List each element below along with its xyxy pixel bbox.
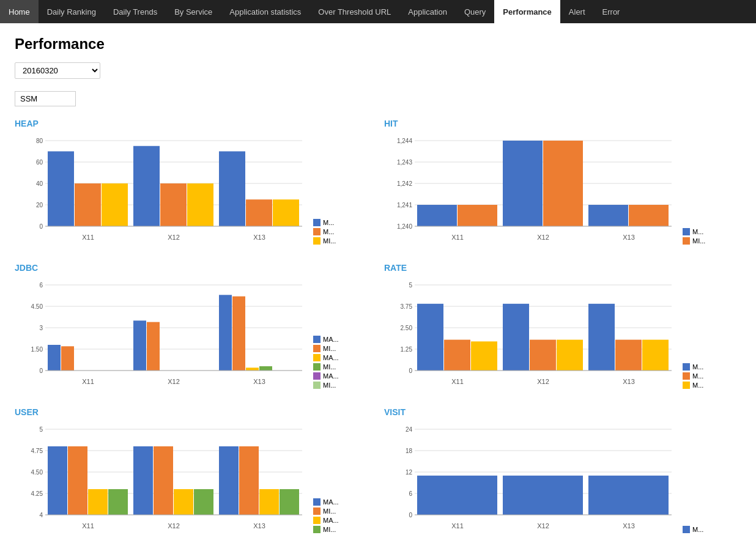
svg-rect-57: [147, 322, 160, 371]
svg-rect-15: [160, 183, 187, 226]
legend-label: MI...: [323, 526, 336, 533]
chart-legend-rate: M...M...M...: [683, 363, 703, 389]
svg-text:1,244: 1,244: [397, 138, 412, 144]
nav-item-by-service[interactable]: By Service: [166, 0, 221, 23]
chart-legend-jdbc: MA...MI...MA...MI...MA...MI...: [313, 336, 339, 389]
chart-svg-hit: 1,2401,2411,2421,2431,244X11X12X13: [384, 135, 678, 245]
nav-item-daily-ranking[interactable]: Daily Ranking: [39, 0, 105, 23]
svg-text:0: 0: [39, 223, 43, 230]
chart-title-jdbc: JDBC: [15, 263, 372, 273]
legend-item: M...: [683, 382, 703, 389]
nav-item-error[interactable]: Error: [594, 0, 629, 23]
nav-item-home[interactable]: Home: [0, 0, 39, 23]
nav-item-application-statistics[interactable]: Application statistics: [221, 0, 309, 23]
chart-title-heap: HEAP: [15, 119, 372, 128]
filter-input[interactable]: [15, 91, 76, 106]
nav-item-performance[interactable]: Performance: [494, 0, 560, 23]
svg-text:X11: X11: [82, 522, 94, 529]
svg-text:5: 5: [39, 426, 43, 433]
chart-section-hit: HIT1,2401,2411,2421,2431,244X11X12X13M..…: [384, 119, 741, 245]
legend-color: [313, 498, 321, 506]
legend-label: MI...: [323, 345, 336, 352]
chart-legend-hit: M...MI...: [683, 228, 705, 245]
svg-rect-85: [642, 340, 669, 371]
svg-text:X13: X13: [623, 522, 635, 529]
svg-rect-10: [48, 152, 74, 227]
legend-label: M...: [323, 228, 334, 235]
chart-title-rate: RATE: [384, 263, 741, 273]
svg-rect-11: [75, 183, 101, 226]
page-title: Performance: [15, 35, 741, 53]
legend-label: MA...: [323, 354, 339, 361]
svg-rect-100: [88, 489, 108, 515]
chart-legend-heap: M...M...MI...: [313, 219, 336, 245]
svg-rect-12: [102, 183, 128, 226]
legend-label: MI...: [323, 237, 336, 245]
legend-color: [313, 345, 321, 352]
legend-item: MI...: [683, 237, 705, 245]
nav-item-application[interactable]: Application: [399, 0, 456, 23]
svg-rect-61: [246, 367, 259, 371]
nav-item-alert[interactable]: Alert: [560, 0, 594, 23]
svg-rect-54: [61, 346, 74, 371]
legend-label: MI...: [323, 507, 336, 515]
svg-rect-108: [219, 446, 239, 515]
chart-container-jdbc: 01.5034.506X11X12X13MA...MI...MA...MI...…: [15, 279, 372, 389]
svg-text:2.50: 2.50: [401, 325, 413, 331]
svg-text:1,241: 1,241: [397, 202, 412, 208]
svg-rect-81: [557, 340, 583, 371]
legend-color: [683, 363, 690, 371]
svg-text:6: 6: [409, 490, 412, 497]
svg-rect-59: [219, 295, 232, 371]
legend-item: M...: [683, 372, 703, 380]
svg-text:3.75: 3.75: [401, 303, 413, 310]
nav-item-over-threshold-url[interactable]: Over Threshold URL: [309, 0, 399, 23]
svg-rect-36: [503, 141, 543, 226]
svg-rect-77: [471, 341, 497, 371]
legend-item: MI...: [313, 382, 339, 389]
chart-legend-user: MA...MI...MA...MI...: [313, 498, 339, 533]
chart-container-heap: 020406080X11X12X13M...M...MI...: [15, 135, 372, 245]
svg-rect-19: [246, 199, 272, 226]
nav-item-daily-trends[interactable]: Daily Trends: [105, 0, 166, 23]
legend-color: [313, 354, 321, 361]
charts-grid: HEAP020406080X11X12X13M...M...MI...HIT1,…: [15, 119, 741, 533]
chart-title-visit: VISIT: [384, 407, 741, 417]
svg-text:80: 80: [36, 138, 43, 144]
legend-item: M...: [313, 228, 336, 235]
legend-label: M...: [692, 228, 703, 235]
svg-rect-39: [588, 205, 628, 226]
legend-label: MA...: [323, 336, 339, 343]
svg-rect-62: [259, 366, 272, 371]
svg-text:X11: X11: [82, 234, 94, 241]
legend-color: [313, 372, 321, 380]
nav-item-query[interactable]: Query: [456, 0, 494, 23]
svg-text:X12: X12: [168, 234, 180, 241]
chart-svg-heap: 020406080X11X12X13: [15, 135, 308, 245]
chart-container-hit: 1,2401,2411,2421,2431,244X11X12X13M...MI…: [384, 135, 741, 245]
svg-text:0: 0: [39, 367, 43, 374]
svg-text:1.25: 1.25: [401, 346, 413, 353]
svg-text:6: 6: [39, 282, 43, 289]
date-select-wrap: 20160320: [15, 62, 741, 79]
legend-color: [683, 526, 690, 533]
date-select[interactable]: 20160320: [15, 62, 100, 79]
legend-item: MA...: [313, 498, 339, 506]
legend-item: MI...: [313, 345, 339, 352]
svg-rect-40: [629, 205, 669, 226]
legend-label: M...: [323, 219, 334, 226]
svg-rect-75: [417, 304, 443, 371]
svg-rect-18: [219, 152, 245, 227]
legend-label: MI...: [323, 363, 336, 371]
svg-text:12: 12: [406, 469, 413, 476]
svg-text:0: 0: [409, 367, 412, 374]
legend-item: MA...: [313, 372, 339, 380]
legend-label: M...: [692, 372, 703, 380]
svg-rect-111: [280, 489, 299, 515]
svg-rect-106: [194, 489, 213, 515]
legend-item: MA...: [313, 354, 339, 361]
svg-rect-99: [68, 446, 87, 515]
svg-rect-16: [187, 183, 213, 226]
svg-rect-34: [458, 205, 497, 226]
chart-container-rate: 01.252.503.755X11X12X13M...M...M...: [384, 279, 741, 389]
